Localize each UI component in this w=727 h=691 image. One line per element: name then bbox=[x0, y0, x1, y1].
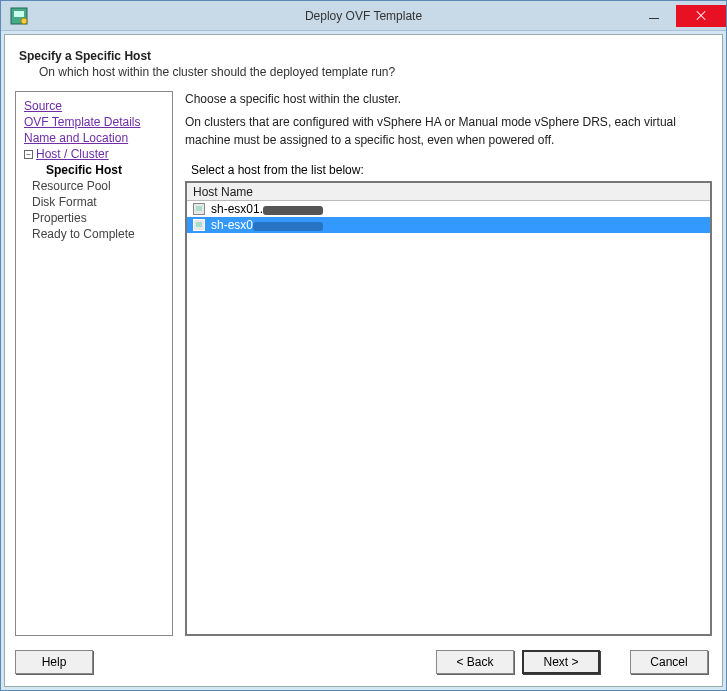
host-icon bbox=[193, 203, 205, 215]
sidebar-item-source[interactable]: Source bbox=[22, 98, 166, 114]
host-row[interactable]: sh-esx01. bbox=[187, 201, 710, 217]
content-area: Specify a Specific Host On which host wi… bbox=[4, 34, 723, 687]
titlebar: Deploy OVF Template bbox=[1, 1, 726, 31]
back-button[interactable]: < Back bbox=[436, 650, 514, 674]
page-header: Specify a Specific Host On which host wi… bbox=[15, 45, 712, 91]
page-title: Specify a Specific Host bbox=[19, 49, 708, 63]
window-title: Deploy OVF Template bbox=[305, 9, 422, 23]
svg-rect-1 bbox=[14, 11, 24, 17]
footer-buttons: Help < Back Next > Cancel bbox=[15, 636, 712, 678]
minimize-button[interactable] bbox=[631, 5, 676, 27]
page-subtitle: On which host within the cluster should … bbox=[19, 65, 708, 79]
svg-point-2 bbox=[21, 18, 27, 24]
intro-text-1: Choose a specific host within the cluste… bbox=[185, 91, 712, 108]
close-button[interactable] bbox=[676, 5, 726, 27]
column-header-hostname[interactable]: Host Name bbox=[187, 183, 710, 201]
sidebar-item-name-location[interactable]: Name and Location bbox=[22, 130, 166, 146]
host-row[interactable]: sh-esx0 bbox=[187, 217, 710, 233]
sidebar-item-ready: Ready to Complete bbox=[22, 226, 166, 242]
tree-collapse-icon[interactable]: − bbox=[24, 150, 33, 159]
host-name-label: sh-esx0 bbox=[211, 218, 323, 232]
sidebar-item-ovf-details[interactable]: OVF Template Details bbox=[22, 114, 166, 130]
sidebar-item-resource-pool: Resource Pool bbox=[22, 178, 166, 194]
sidebar-item-properties: Properties bbox=[22, 210, 166, 226]
main-panel: Choose a specific host within the cluste… bbox=[185, 91, 712, 636]
body-area: Source OVF Template Details Name and Loc… bbox=[15, 91, 712, 636]
host-list: Host Name sh-esx01. sh-esx0 bbox=[185, 181, 712, 636]
sidebar-item-specific-host: Specific Host bbox=[22, 162, 166, 178]
host-list-body: sh-esx01. sh-esx0 bbox=[187, 201, 710, 634]
sidebar-item-disk-format: Disk Format bbox=[22, 194, 166, 210]
cancel-button[interactable]: Cancel bbox=[630, 650, 708, 674]
app-icon bbox=[7, 4, 31, 28]
wizard-steps-sidebar: Source OVF Template Details Name and Loc… bbox=[15, 91, 173, 636]
host-name-label: sh-esx01. bbox=[211, 202, 323, 216]
host-icon bbox=[193, 219, 205, 231]
next-button[interactable]: Next > bbox=[522, 650, 600, 674]
help-button[interactable]: Help bbox=[15, 650, 93, 674]
intro-text-2: On clusters that are configured with vSp… bbox=[185, 114, 712, 149]
sidebar-item-host-cluster[interactable]: − Host / Cluster bbox=[22, 146, 166, 162]
instructions: Choose a specific host within the cluste… bbox=[185, 91, 712, 149]
list-label: Select a host from the list below: bbox=[185, 163, 712, 177]
wizard-window: Deploy OVF Template Specify a Specific H… bbox=[0, 0, 727, 691]
window-controls bbox=[631, 5, 726, 27]
